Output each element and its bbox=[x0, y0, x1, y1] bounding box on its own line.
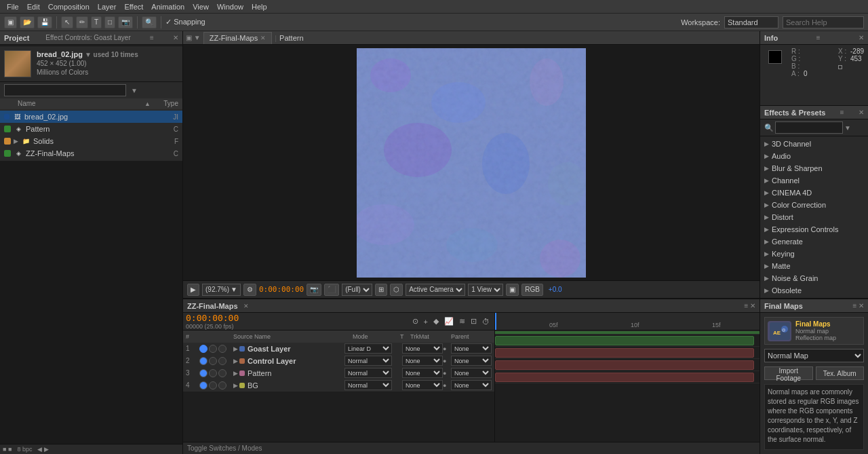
effect-category-keying[interactable]: ▶ Keying bbox=[760, 248, 868, 260]
layer-tikmat-select[interactable]: None bbox=[402, 368, 443, 378]
viewer-area[interactable]: normal map bbox=[183, 45, 760, 280]
layer-lock[interactable] bbox=[218, 357, 226, 365]
info-panel-close[interactable]: ✕ bbox=[859, 34, 864, 41]
project-search-input[interactable] bbox=[4, 84, 126, 96]
layer-tikmat-select[interactable]: None bbox=[402, 343, 443, 354]
menu-composition[interactable]: Composition bbox=[44, 3, 94, 11]
effect-category-channel[interactable]: ▶ Channel bbox=[760, 174, 868, 187]
info-panel-menu[interactable]: ≡ bbox=[816, 34, 821, 41]
layer-lock[interactable] bbox=[218, 381, 226, 390]
layer-visibility[interactable] bbox=[199, 345, 208, 353]
viewer-channels-btn[interactable]: RGB bbox=[521, 284, 543, 296]
track-bar-4[interactable] bbox=[495, 373, 754, 382]
keyframe-btn[interactable]: ◆ bbox=[431, 316, 441, 327]
layer-lock[interactable] bbox=[218, 369, 226, 377]
search-help-input[interactable] bbox=[783, 16, 864, 29]
layer-visibility[interactable] bbox=[199, 369, 208, 377]
effect-category-expression[interactable]: ▶ Expression Controls bbox=[760, 223, 868, 235]
layer-visibility[interactable] bbox=[199, 357, 208, 365]
viewer-settings-btn[interactable]: ⚙ bbox=[243, 284, 256, 296]
effects-search-dropdown[interactable]: ▼ bbox=[844, 124, 851, 132]
playhead[interactable] bbox=[495, 313, 496, 330]
comp-tab-close[interactable]: ✕ bbox=[260, 35, 266, 41]
list-item[interactable]: ◈ Pattern C bbox=[0, 123, 182, 135]
list-item[interactable]: 🖼 bread_02.jpg JI bbox=[0, 111, 182, 123]
effect-category-blur[interactable]: ▶ Blur & Sharpen bbox=[760, 162, 868, 174]
effect-category-noise[interactable]: ▶ Noise & Grain bbox=[760, 272, 868, 284]
layer-tikmat-select[interactable]: None bbox=[402, 380, 443, 390]
effects-panel-close[interactable]: ✕ bbox=[859, 109, 864, 116]
track-bar-3[interactable] bbox=[495, 360, 754, 370]
show-snapshot-btn[interactable]: ⬛ bbox=[324, 284, 339, 296]
motion-blur-btn[interactable]: ≋ bbox=[457, 316, 467, 327]
search-dropdown[interactable]: ▼ bbox=[131, 87, 138, 94]
effects-search-input[interactable] bbox=[775, 121, 843, 134]
text-tool[interactable]: T bbox=[91, 16, 102, 29]
comp-panel-controls[interactable]: ▣ ▼ bbox=[186, 34, 201, 41]
effect-category-distort[interactable]: ▶ Distort bbox=[760, 211, 868, 223]
viewer-zoom-display[interactable]: (92.7%) ▼ bbox=[202, 284, 241, 296]
zoom-dropdown[interactable]: ▼ bbox=[231, 286, 237, 293]
layer-parent-select[interactable]: None bbox=[451, 368, 492, 378]
timeline-menu[interactable]: ≡ ✕ bbox=[744, 302, 755, 309]
timeline-tracks[interactable]: 05f 10f 15f 20f 01:0 bbox=[495, 313, 760, 454]
layer-tikmat-select[interactable]: None bbox=[402, 356, 443, 366]
menu-window[interactable]: Window bbox=[213, 3, 248, 11]
quality-select[interactable]: (Full) bbox=[342, 284, 372, 296]
selection-tool[interactable]: ↖ bbox=[61, 16, 73, 29]
view-select[interactable]: 1 View bbox=[468, 284, 503, 296]
menu-effect[interactable]: Effect bbox=[120, 3, 147, 11]
layer-expand[interactable]: ▶ bbox=[233, 370, 238, 377]
effects-panel-menu[interactable]: ≡ bbox=[840, 109, 844, 116]
menu-layer[interactable]: Layer bbox=[94, 3, 121, 11]
menu-animation[interactable]: Animation bbox=[147, 3, 189, 11]
layer-visibility[interactable] bbox=[199, 381, 208, 390]
comp-tab-zz-final-maps[interactable]: ZZ-Final-Maps ✕ bbox=[203, 32, 273, 44]
menu-help[interactable]: Help bbox=[248, 3, 271, 11]
layer-parent-select[interactable]: None bbox=[451, 356, 492, 366]
layer-expand[interactable]: ▶ bbox=[233, 382, 238, 389]
viewer-layout-btn[interactable]: ▣ bbox=[506, 284, 519, 296]
list-item[interactable]: ◈ ZZ-Final-Maps C bbox=[0, 147, 182, 159]
layer-lock[interactable] bbox=[218, 345, 226, 353]
save-btn[interactable]: 💾 bbox=[37, 16, 52, 29]
workspace-input[interactable] bbox=[724, 16, 778, 29]
preview-play-btn[interactable]: ▶ bbox=[187, 284, 199, 296]
layer-solo[interactable] bbox=[209, 357, 217, 365]
effect-category-color-correction[interactable]: ▶ Color Correction bbox=[760, 199, 868, 211]
effect-category-matte[interactable]: ▶ Matte bbox=[760, 260, 868, 272]
effect-category-obsolete[interactable]: ▶ Obsolete bbox=[760, 284, 868, 297]
bit-depth-value[interactable]: 8 bpc bbox=[17, 446, 32, 453]
open-btn[interactable]: 📂 bbox=[20, 16, 35, 29]
comp-tab-pattern[interactable]: Pattern bbox=[279, 34, 303, 42]
camera-tool[interactable]: 📷 bbox=[118, 16, 133, 29]
effect-category-generate[interactable]: ▶ Generate bbox=[760, 235, 868, 248]
tex-album-btn[interactable]: Tex. Album bbox=[816, 366, 865, 380]
layer-parent-select[interactable]: None bbox=[451, 343, 492, 354]
effect-category-3d[interactable]: ▶ 3D Channel bbox=[760, 138, 868, 150]
snapshot-btn[interactable]: 📷 bbox=[307, 284, 321, 296]
list-item[interactable]: ▶ 📁 Solids F bbox=[0, 135, 182, 147]
menu-edit[interactable]: Edit bbox=[23, 3, 44, 11]
work-area-indicator[interactable] bbox=[495, 331, 760, 334]
graph-btn[interactable]: 📈 bbox=[442, 316, 456, 327]
layer-row[interactable]: 1 ▶ Goast Layer Linear D bbox=[183, 343, 494, 355]
panel-close-btn[interactable]: ✕ bbox=[173, 34, 178, 41]
layer-solo[interactable] bbox=[209, 381, 217, 390]
layer-expand[interactable]: ▶ bbox=[233, 358, 238, 364]
effect-category-audio[interactable]: ▶ Audio bbox=[760, 150, 868, 162]
layer-expand[interactable]: ▶ bbox=[233, 345, 238, 352]
layer-mode-select[interactable]: Normal bbox=[344, 380, 392, 390]
folder-expand[interactable]: ▶ bbox=[14, 138, 18, 145]
col-sort-icon[interactable]: ▲ bbox=[144, 100, 158, 107]
layer-row[interactable]: 4 ▶ BG Normal bbox=[183, 379, 494, 392]
layer-row[interactable]: 3 ▶ Pattern Normal bbox=[183, 367, 494, 379]
menu-file[interactable]: File bbox=[3, 3, 23, 11]
new-btn[interactable]: ▣ bbox=[4, 16, 17, 29]
track-bar-2[interactable] bbox=[495, 348, 754, 358]
layer-mode-select[interactable]: Normal bbox=[344, 356, 392, 366]
menu-view[interactable]: View bbox=[189, 3, 213, 11]
map-type-select[interactable]: Normal Map bbox=[764, 349, 864, 362]
zoom-tool[interactable]: 🔍 bbox=[142, 16, 157, 29]
solo-btn[interactable]: ⊙ bbox=[410, 316, 420, 327]
